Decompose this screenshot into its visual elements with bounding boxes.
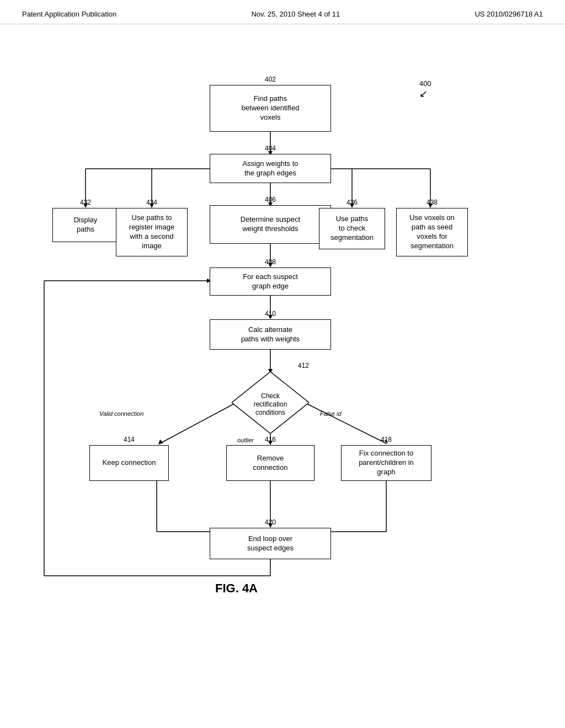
node-438: 438 Use voxels onpath as seedvoxels fors… — [396, 208, 468, 256]
svg-text:conditions: conditions — [255, 409, 285, 416]
svg-text:Check: Check — [261, 392, 280, 400]
svg-line-28 — [303, 402, 386, 443]
header-right: US 2010/0296718 A1 — [475, 10, 543, 18]
node-404: 404 Assign weights tothe graph edges — [210, 154, 331, 183]
node-432: 432 Displaypaths — [52, 208, 119, 242]
svg-marker-25 — [158, 440, 163, 445]
node-406: 406 Determine suspectweight thresholds — [210, 205, 331, 244]
node-408: 408 For each suspectgraph edge — [210, 267, 331, 296]
svg-text:rectification: rectification — [254, 400, 287, 408]
ref-400: 400 ↙ — [419, 79, 431, 100]
label-valid-connection: Valid connection — [99, 410, 143, 417]
diagram-area: 400 ↙ 402 Find pathsbetween identifiedvo… — [0, 24, 565, 708]
node-434: 434 Use paths toregister imagewith a sec… — [116, 208, 188, 256]
label-outlier: outlier — [237, 437, 254, 443]
fig-label: FIG. 4A — [215, 581, 258, 596]
node-410: 410 Calc alternatepaths with weights — [210, 319, 331, 350]
node-416: 416 Removeconnection — [226, 445, 315, 481]
node-402: 402 Find pathsbetween identifiedvoxels — [210, 85, 331, 132]
page-header: Patent Application Publication Nov. 25, … — [0, 0, 565, 24]
header-left: Patent Application Publication — [22, 10, 116, 18]
label-false-id: False id — [320, 410, 342, 417]
node-436: 436 Use pathsto checksegmentation — [319, 208, 385, 249]
node-412-diamond: Check rectification conditions 412 — [232, 372, 309, 433]
node-420: 420 End loop oversuspect edges — [210, 528, 331, 559]
header-middle: Nov. 25, 2010 Sheet 4 of 11 — [251, 10, 340, 18]
node-418: 418 Fix connection toparent/children ing… — [341, 445, 431, 481]
node-414: 414 Keep connection — [89, 445, 169, 481]
svg-line-24 — [160, 402, 237, 443]
